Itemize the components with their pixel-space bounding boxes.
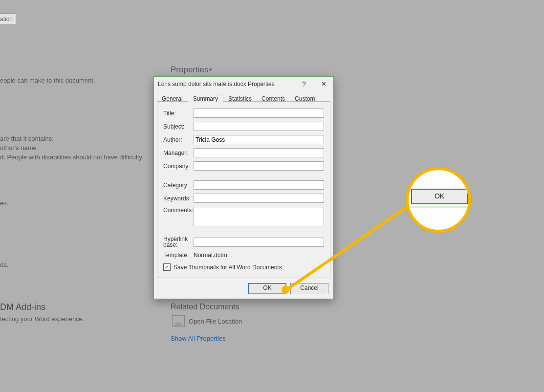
input-manager[interactable] bbox=[194, 148, 324, 157]
label-hyperlink-base: Hyperlink base: bbox=[163, 236, 194, 248]
value-template: Normal.dotm bbox=[194, 252, 227, 259]
open-file-location-link[interactable]: HTML Open File Location bbox=[172, 315, 242, 327]
callout-dot bbox=[282, 286, 289, 294]
input-category[interactable] bbox=[194, 180, 324, 190]
input-author[interactable] bbox=[194, 135, 324, 144]
dialog-title-text: Loris sump dolor sits mate is.docx Prope… bbox=[158, 81, 294, 87]
ok-button[interactable]: OK bbox=[248, 283, 286, 294]
label-category: Category: bbox=[163, 182, 194, 189]
input-company[interactable] bbox=[194, 161, 324, 171]
dialog-titlebar: Loris sump dolor sits mate is.docx Prope… bbox=[154, 77, 333, 91]
tab-summary[interactable]: Summary bbox=[188, 94, 223, 104]
protect-document-button-fragment[interactable]: ation bbox=[0, 13, 16, 25]
label-subject: Subject: bbox=[163, 123, 194, 130]
label-comments: Comments: bbox=[163, 207, 194, 214]
bg-text-fragment-2: are that it contains: bbox=[0, 135, 54, 142]
open-file-location-label: Open File Location bbox=[189, 318, 242, 325]
label-author: Author: bbox=[163, 136, 194, 143]
bg-text-fragment-5: es. bbox=[0, 199, 8, 207]
label-template: Template: bbox=[163, 252, 194, 259]
input-title[interactable] bbox=[194, 109, 324, 118]
properties-heading[interactable]: Properties▾ bbox=[171, 65, 212, 75]
save-thumbnails-checkbox-row[interactable]: ✓ Save Thumbnails for All Word Documents bbox=[163, 263, 324, 271]
show-all-properties-link[interactable]: Show All Properties bbox=[171, 335, 226, 342]
bg-text-fragment-6: es. bbox=[0, 261, 8, 268]
label-company: Company: bbox=[163, 163, 194, 170]
file-html-icon: HTML bbox=[172, 315, 185, 327]
input-subject[interactable] bbox=[194, 122, 324, 131]
bg-text-fragment-1: eople can make to this document. bbox=[0, 77, 95, 84]
input-comments[interactable] bbox=[194, 207, 324, 226]
close-button[interactable]: ✕ bbox=[314, 77, 333, 91]
magnifier-callout: OK bbox=[406, 167, 471, 233]
properties-dialog: Loris sump dolor sits mate is.docx Prope… bbox=[153, 76, 334, 299]
properties-heading-label: Properties bbox=[171, 65, 208, 74]
summary-form: Title: Subject: Author: Manager: Company… bbox=[157, 101, 330, 278]
related-documents-heading: Related Documents bbox=[171, 303, 239, 311]
label-manager: Manager: bbox=[163, 150, 194, 156]
save-thumbnails-checkbox[interactable]: ✓ bbox=[163, 263, 171, 271]
save-thumbnails-label: Save Thumbnails for All Word Documents bbox=[174, 264, 282, 271]
input-keywords[interactable] bbox=[194, 194, 324, 203]
label-title: Title: bbox=[163, 110, 194, 117]
chevron-down-icon: ▾ bbox=[209, 66, 212, 72]
magnifier-ok-button: OK bbox=[411, 189, 468, 204]
file-icon-text: HTML bbox=[173, 322, 184, 325]
addins-heading-fragment: DM Add-ins bbox=[0, 302, 45, 312]
label-keywords: Keywords: bbox=[163, 195, 194, 202]
help-button[interactable]: ? bbox=[294, 77, 314, 91]
bg-text-fragment-4: d. People with disabilities should not h… bbox=[0, 153, 142, 161]
addins-subtext-fragment: fecting your Word experience. bbox=[0, 315, 84, 323]
input-hyperlink-base[interactable] bbox=[194, 238, 324, 247]
bg-text-fragment-3: uthor's name bbox=[0, 144, 37, 152]
